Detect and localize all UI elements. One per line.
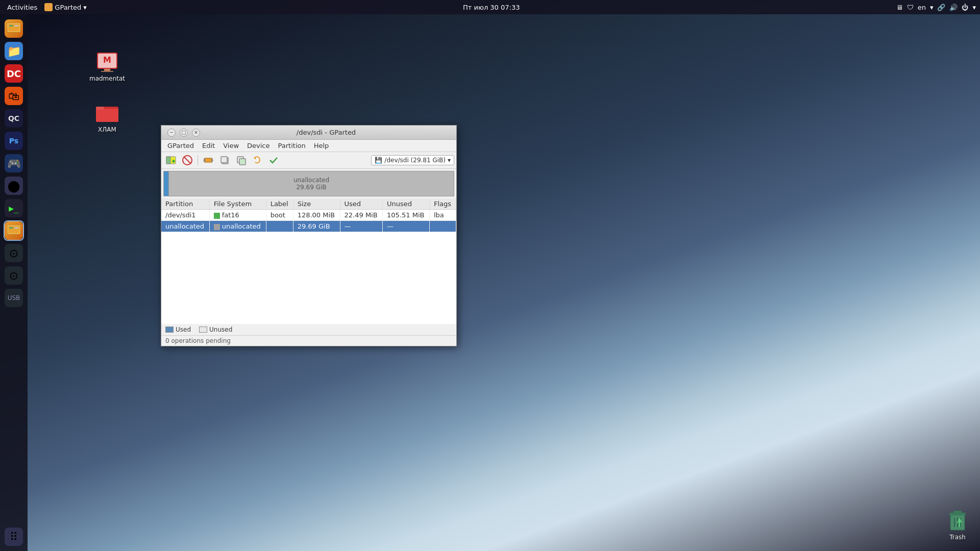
copy-button[interactable] <box>217 153 232 167</box>
dock-item-files[interactable]: 📁 <box>4 41 24 61</box>
lang-label[interactable]: en <box>918 4 926 11</box>
legend-area: Used Unused <box>161 324 456 335</box>
partition-bar-unallocated[interactable]: unallocated 29.69 GiB <box>169 171 454 196</box>
taskbar: Activities GParted ▾ Пт июл 30 07:33 🖥 🛡… <box>0 0 980 14</box>
trash-icon <box>945 508 970 534</box>
paste-button[interactable] <box>233 153 249 167</box>
device-selector-label: /dev/sdi (29.81 GiB) <box>384 157 446 164</box>
menu-help[interactable]: Help <box>310 141 333 151</box>
cell-flags-2 <box>429 221 456 232</box>
dock-item-steam[interactable]: 🎮 <box>4 153 24 173</box>
menu-device[interactable]: Device <box>243 141 274 151</box>
dock-item-app10[interactable]: ⊙ <box>4 265 24 286</box>
dock-item-app7[interactable]: ⬤ <box>4 176 24 196</box>
cell-fs-1: fat16 <box>209 210 266 221</box>
device-selector[interactable]: 💾 /dev/sdi (29.81 GiB) ▾ <box>371 155 454 165</box>
cell-used-2: — <box>340 221 383 232</box>
xlam-label: ХЛАМ <box>98 126 116 133</box>
cell-size-2: 29.69 GiB <box>293 221 340 232</box>
trash-icon-container[interactable]: Trash <box>945 508 970 541</box>
table-row[interactable]: unallocated unallocated 29.69 GiB — — <box>161 221 456 232</box>
gparted-dock-icon <box>6 223 21 238</box>
madmentat-label: madmentat <box>89 75 125 82</box>
partition-bar-sdi1[interactable] <box>164 171 169 196</box>
window-close-button[interactable]: ✕ <box>192 129 200 137</box>
desktop: Activities GParted ▾ Пт июл 30 07:33 🖥 🛡… <box>0 0 980 551</box>
col-partition: Partition <box>161 198 209 210</box>
toolbar-separator-1 <box>198 155 198 165</box>
xlam-folder-icon <box>95 99 119 124</box>
dock-item-usb[interactable]: USB <box>4 288 24 308</box>
menu-partition[interactable]: Partition <box>274 141 310 151</box>
svg-rect-38 <box>239 159 246 165</box>
resize-move-button[interactable] <box>201 153 216 167</box>
gparted-window: − □ ✕ /dev/sdi - GParted GParted Edit Vi… <box>161 125 457 346</box>
datetime-label: Пт июл 30 07:33 <box>463 4 520 11</box>
svg-line-31 <box>184 157 191 164</box>
col-used: Used <box>340 198 383 210</box>
dock-item-ps[interactable]: Ps <box>4 131 24 151</box>
menu-edit[interactable]: Edit <box>198 141 219 151</box>
used-label: Used <box>176 326 191 333</box>
dock-item-terminal[interactable]: ▶_ <box>4 198 24 218</box>
col-label: Label <box>266 198 293 210</box>
cell-label-1: boot <box>266 210 293 221</box>
svg-rect-18 <box>96 109 118 122</box>
delete-partition-button[interactable] <box>180 153 195 167</box>
window-minimize-button[interactable]: − <box>167 129 176 137</box>
undo-button[interactable] <box>250 153 265 167</box>
cell-fs-2: unallocated <box>209 221 266 232</box>
dock-item-gparted[interactable] <box>4 220 24 241</box>
svg-rect-4 <box>13 33 15 34</box>
svg-rect-11 <box>11 236 17 237</box>
svg-rect-36 <box>221 157 227 163</box>
svg-rect-2 <box>9 25 13 27</box>
svg-rect-9 <box>14 227 18 229</box>
partition-visual: unallocated 29.69 GiB <box>163 171 454 196</box>
svg-point-30 <box>183 156 192 165</box>
app-name-label: GParted <box>55 4 81 11</box>
cell-size-1: 128.00 MiB <box>293 210 340 221</box>
svg-rect-8 <box>9 227 13 229</box>
legend-used: Used <box>165 326 191 333</box>
fs-color-indicator-2 <box>214 224 220 230</box>
system-arrow: ▾ <box>972 4 976 11</box>
used-color-box <box>165 327 174 333</box>
dock-item-gparted-top[interactable] <box>4 18 24 39</box>
svg-marker-34 <box>211 158 213 162</box>
menu-view[interactable]: View <box>219 141 243 151</box>
fs-color-indicator-1 <box>214 213 220 219</box>
dock-item-dc[interactable]: DC <box>4 63 24 84</box>
madmentat-icon: M <box>95 48 119 73</box>
svg-rect-15 <box>104 69 110 71</box>
apply-button[interactable] <box>266 153 281 167</box>
operations-pending-label: 0 operations pending <box>165 337 231 344</box>
table-row[interactable]: /dev/sdi1 fat16 boot 128.00 MiB 22.49 Mi… <box>161 210 456 221</box>
dock-item-apps-grid[interactable]: ⠿ <box>4 527 24 547</box>
empty-area <box>161 232 456 324</box>
unallocated-size: 29.69 GiB <box>296 184 326 191</box>
volume-icon: 🔊 <box>949 4 958 11</box>
activities-button[interactable]: Activities <box>4 3 40 12</box>
shield-icon: 🛡 <box>907 4 914 11</box>
desktop-icon-xlam[interactable]: ХЛАМ <box>87 99 128 133</box>
dock-item-app9[interactable]: ⊙ <box>4 243 24 263</box>
menubar: GParted Edit View Device Partition Help <box>161 140 456 152</box>
statusbar: 0 operations pending <box>161 335 456 346</box>
svg-rect-37 <box>237 157 243 163</box>
svg-rect-35 <box>222 158 228 164</box>
desktop-icon-madmentat[interactable]: M madmentat <box>87 48 128 82</box>
dock-item-ubuntu-sw[interactable]: 🛍 <box>4 86 24 106</box>
app-indicator[interactable]: GParted ▾ <box>44 3 87 11</box>
col-unused: Unused <box>383 198 430 210</box>
new-partition-button[interactable] <box>163 153 179 167</box>
cell-used-1: 22.49 MiB <box>340 210 383 221</box>
window-titlebar: − □ ✕ /dev/sdi - GParted <box>161 126 456 140</box>
window-maximize-button[interactable]: □ <box>180 129 188 137</box>
power-icon: ⏻ <box>962 4 968 11</box>
dock-item-qc[interactable]: QC <box>4 108 24 129</box>
menu-gparted[interactable]: GParted <box>163 141 198 151</box>
col-filesystem: File System <box>209 198 266 210</box>
legend-unused: Unused <box>199 326 232 333</box>
cell-unused-1: 105.51 MiB <box>383 210 430 221</box>
